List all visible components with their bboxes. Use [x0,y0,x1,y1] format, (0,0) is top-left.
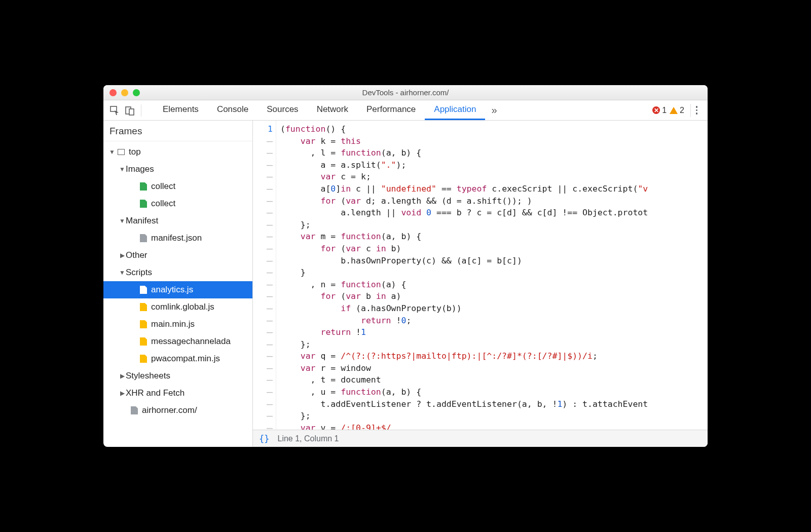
fold-dash-icon[interactable]: – [253,410,273,422]
image-file-icon [139,199,148,208]
tree-group-images[interactable]: ▼ Images [103,161,252,178]
tab-elements[interactable]: Elements [154,100,208,120]
divider [141,104,141,117]
fold-dash-icon[interactable]: – [253,374,273,386]
script-file-icon [139,285,148,294]
frame-icon [117,147,126,157]
tab-sources[interactable]: Sources [257,100,307,120]
titlebar: DevTools - airhorner.com/ [103,85,708,100]
group-label: XHR and Fetch [126,388,185,398]
tab-performance[interactable]: Performance [357,100,425,120]
tree-item-image[interactable]: collect [103,178,252,195]
fold-dash-icon[interactable]: – [253,422,273,430]
fold-dash-icon[interactable]: – [253,279,273,291]
fold-dash-icon[interactable]: – [253,231,273,243]
group-label: Manifest [126,216,158,226]
group-label: Other [126,250,148,260]
fold-dash-icon[interactable]: – [253,243,273,255]
cursor-position: Line 1, Column 1 [277,434,339,443]
item-label: collect [151,181,175,192]
item-label: comlink.global.js [151,302,214,312]
panel-body: Frames ▼ top ▼ Images collect collec [103,121,708,447]
tree-group-stylesheets[interactable]: ▶ Stylesheets [103,367,252,385]
fold-dash-icon[interactable]: – [253,171,273,183]
fold-dash-icon[interactable]: – [253,386,273,398]
fold-dash-icon[interactable]: – [253,338,273,351]
tree-item-script[interactable]: main.min.js [103,316,252,333]
tree-group-other[interactable]: ▶ Other [103,247,252,264]
fold-dash-icon[interactable]: – [253,183,273,195]
fold-dash-icon[interactable]: – [253,290,273,302]
tab-application[interactable]: Application [425,100,485,120]
group-label: Images [126,164,154,174]
line-gutter[interactable]: 1 ––––––––––––––––––––––––– [253,121,276,430]
fold-dash-icon[interactable]: – [253,315,273,327]
tree-group-scripts[interactable]: ▼ Scripts [103,264,252,281]
item-label: analytics.js [151,285,193,295]
fold-dash-icon[interactable]: – [253,219,273,231]
fold-dash-icon[interactable]: – [253,362,273,374]
chevron-right-icon: ▶ [119,390,126,397]
chevron-right-icon: ▶ [119,252,126,259]
tree-root-file[interactable]: airhorner.com/ [103,402,252,419]
svg-rect-0 [110,106,117,111]
tree-item-script-selected[interactable]: analytics.js [103,281,252,298]
item-label: pwacompat.min.js [151,354,220,364]
item-label: main.min.js [151,319,195,329]
warning-count: 2 [680,106,684,115]
fold-dash-icon[interactable]: – [253,326,273,338]
tabs-overflow-icon[interactable]: » [485,100,503,120]
fold-dash-icon[interactable]: – [253,135,273,147]
pretty-print-icon[interactable]: {} [259,434,269,444]
script-file-icon [139,302,148,312]
device-toggle-icon[interactable] [124,104,136,117]
editor-statusbar: {} Line 1, Column 1 [253,430,708,447]
fold-dash-icon[interactable]: – [253,398,273,410]
fold-dash-icon[interactable]: – [253,255,273,267]
fold-dash-icon[interactable]: – [253,147,273,159]
line-number: 1 [253,123,273,135]
item-label: messagechannelada [151,336,231,347]
frames-sidebar: Frames ▼ top ▼ Images collect collec [103,121,253,447]
tab-console[interactable]: Console [208,100,257,120]
error-count: 1 [662,106,667,115]
image-file-icon [139,182,148,191]
code-content[interactable]: (function() { var k = this , l = functio… [276,121,708,430]
panel-tabs: Elements Console Sources Network Perform… [154,100,503,120]
fold-dash-icon[interactable]: – [253,159,273,171]
devtools-toolbar: Elements Console Sources Network Perform… [103,100,708,121]
tree-top[interactable]: ▼ top [103,143,252,161]
tree-group-xhr[interactable]: ▶ XHR and Fetch [103,385,252,402]
chevron-down-icon: ▼ [119,269,126,276]
code-area[interactable]: 1 ––––––––––––––––––––––––– (function() … [253,121,708,430]
item-label: manifest.json [151,233,202,243]
source-editor: 1 ––––––––––––––––––––––––– (function() … [253,121,708,447]
fold-dash-icon[interactable]: – [253,302,273,315]
error-badge[interactable]: ✕ 1 [652,106,667,115]
script-file-icon [139,320,148,329]
tree-group-manifest[interactable]: ▼ Manifest [103,212,252,230]
tree-item-script[interactable]: comlink.global.js [103,298,252,316]
fold-dash-icon[interactable]: – [253,267,273,279]
chevron-down-icon: ▼ [108,148,116,156]
tree-item-script[interactable]: pwacompat.min.js [103,350,252,367]
tree-item-script[interactable]: messagechannelada [103,333,252,350]
fold-dash-icon[interactable]: – [253,195,273,207]
warning-badge[interactable]: 2 [670,106,684,115]
document-file-icon [130,406,139,415]
document-file-icon [139,234,148,243]
tree-item-image[interactable]: collect [103,195,252,212]
more-menu-icon[interactable] [690,104,703,117]
inspect-icon[interactable] [108,104,121,117]
window-title: DevTools - airhorner.com/ [103,88,708,97]
fold-dash-icon[interactable]: – [253,207,273,219]
error-icon: ✕ [652,106,660,114]
item-label: collect [151,199,175,209]
frames-tree: ▼ top ▼ Images collect collect ▼ [103,141,252,447]
chevron-down-icon: ▼ [119,217,126,224]
devtools-window: DevTools - airhorner.com/ Elements Conso… [103,85,708,447]
tree-item-manifest[interactable]: manifest.json [103,230,252,247]
tab-network[interactable]: Network [308,100,357,120]
fold-dash-icon[interactable]: – [253,350,273,362]
item-label: airhorner.com/ [142,405,197,415]
